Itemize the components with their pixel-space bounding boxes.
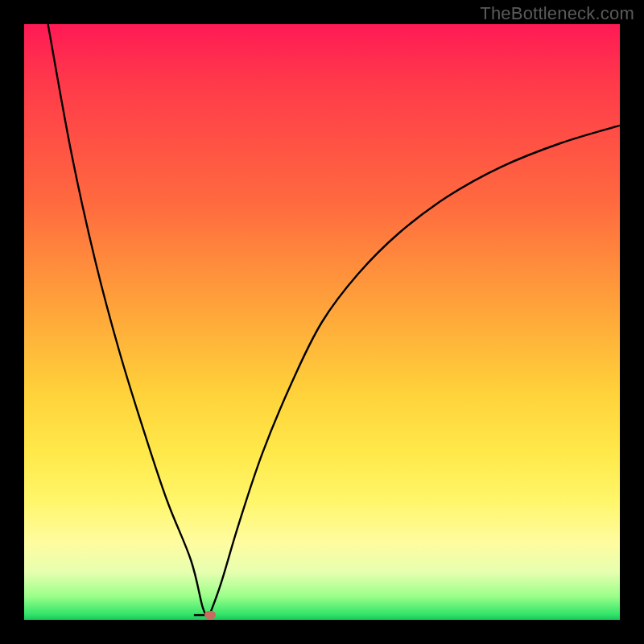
left-branch-path — [48, 24, 209, 617]
vertex-marker — [204, 611, 216, 619]
watermark-text: TheBottleneck.com — [480, 3, 634, 24]
curve-layer — [24, 24, 620, 620]
plot-area — [24, 24, 620, 620]
right-branch-path — [208, 126, 620, 617]
chart-frame: TheBottleneck.com — [0, 0, 644, 644]
